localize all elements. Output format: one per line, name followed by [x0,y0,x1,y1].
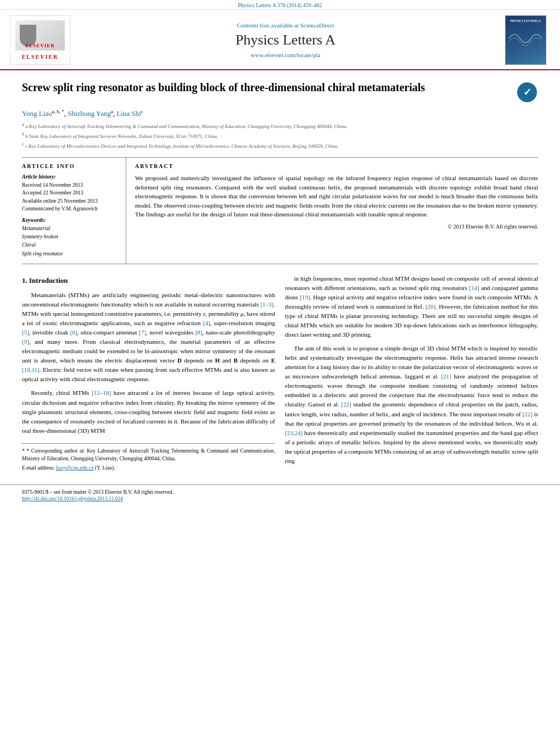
author-yong-liao[interactable]: Yong Liao [22,109,52,118]
cover-wave-graphic [509,27,542,49]
elsevier-logo-image [15,20,65,51]
keywords-label: Keywords: [22,217,119,223]
crossmark-icon: ✓ [517,82,537,102]
header-center: Contents lists available at ScienceDirec… [77,15,494,65]
author-lina-shi[interactable]: Lina Shi [116,109,141,118]
cite-14: [14] [469,284,479,291]
right-para-1: in high frequencies, most reported chira… [285,274,538,339]
affil-c: c c Key Laboratory of Microelectronics D… [22,141,538,150]
journal-url: www.elsevier.com/locate/pla [251,52,321,58]
article-info: ARTICLE INFO Article history: Received 1… [22,158,126,264]
affil-b: b b State Key Laboratory of Integrated S… [22,131,538,140]
cite-8: [8] [195,329,203,336]
footnote-email-link[interactable]: liaoy@cqu.edu.cn [56,465,94,471]
body-left-column: 1. Introduction Metamaterials (MTMs) are… [22,274,275,474]
body-right-column: in high frequencies, most reported chira… [285,274,538,474]
keyword-4: Split ring resonator [22,250,119,258]
abstract-title: ABSTRACT [135,163,538,169]
abstract-text: We proposed and numerically investigated… [135,174,538,219]
elsevier-wordmark: ELSEVIER [22,54,59,60]
right-para-2: The aim of this work is to propose a sim… [285,344,538,466]
abstract-section: ABSTRACT We proposed and numerically inv… [126,158,538,264]
body-columns: 1. Introduction Metamaterials (MTMs) are… [22,274,538,474]
intro-para-1: Metamaterials (MTMs) are artificially en… [22,291,275,384]
footer-issn: 0375-9601/$ – see front matter © 2013 El… [22,489,538,495]
elsevier-logo: ELSEVIER [10,15,70,65]
cite-22: [22] [341,401,351,408]
cite-5: [5] [22,329,29,336]
cite-20: [20] [425,303,435,310]
footnote-email: E-mail address: liaoy@cqu.edu.cn (Y. Lia… [22,464,275,472]
cite-22b: [22] [522,411,532,417]
page-footer: 0375-9601/$ – see front matter © 2013 El… [0,484,560,505]
article-title-section: Screw split ring resonator as building b… [22,80,538,103]
keyword-3: Chiral [22,241,119,249]
header-right: PHYSICS LETTERS A [501,15,550,65]
cite-19: [19] [300,294,310,300]
contents-label: Contents lists available at [237,22,299,29]
journal-cover-image: PHYSICS LETTERS A [505,15,546,65]
footer-doi: http://dx.doi.org/10.1016/j.physleta.201… [22,496,538,501]
accepted-date: Accepted 22 November 2013 [22,189,119,197]
section1-title: 1. Introduction [22,275,275,286]
doi-header: Physics Letters A 378 (2014) 459–462 [0,0,560,10]
cite-1-3: [1–3] [260,301,273,308]
footnote-text: * Corresponding author at: Key Laborator… [22,448,275,461]
cite-12-18: [12–18] [92,389,111,396]
article-title: Screw split ring resonator as building b… [22,80,517,94]
intro-para-2: Recently, chiral MTMs [12–18] have attra… [22,388,275,435]
doi-header-text: Physics Letters A 378 (2014) 459–462 [238,2,322,8]
cite-9: [9] [22,338,29,345]
keyword-2: Symmetry broken [22,233,119,241]
footnote-section: * * Corresponding author at: Key Laborat… [22,443,275,472]
contents-link: Contents lists available at ScienceDirec… [237,22,334,29]
article-content: Screw split ring resonator as building b… [0,70,560,484]
cite-23-24: [23,24] [285,429,303,436]
cite-6: [6] [70,329,77,336]
crossmark-logo[interactable]: ✓ [517,82,538,103]
received-date: Received 14 November 2013 [22,181,119,189]
sciencedirect-link[interactable]: ScienceDirect [300,22,334,29]
author-shizhong-yang[interactable]: Shizhong Yang [68,109,111,118]
journal-title: Physics Letters A [236,32,335,48]
abstract-copyright: © 2013 Elsevier B.V. All rights reserved… [135,224,538,230]
article-info-title: ARTICLE INFO [22,163,119,169]
authors-line: Yong Liaoa, b, *, Shizhong Yanga, Lina S… [22,109,538,118]
footnote-email-name: (Y. Liao). [95,465,115,471]
cover-title: PHYSICS LETTERS A [510,19,541,23]
cite-7: [7] [139,329,146,336]
info-abstract-row: ARTICLE INFO Article history: Received 1… [22,157,538,264]
communicated-by: Communicated by V.M. Agranovich [22,205,119,213]
keyword-1: Metamaterial [22,225,119,233]
keywords-list: Metamaterial Symmetry broken Chiral Spli… [22,225,119,258]
affil-a: a a Key Laboratory of Aerocraft Tracking… [22,121,538,130]
author-sup-2: a [111,109,113,114]
journal-url-link[interactable]: www.elsevier.com/locate/pla [251,52,321,58]
page: Physics Letters A 378 (2014) 459–462 ELS… [0,0,560,742]
article-dates: Received 14 November 2013 Accepted 22 No… [22,181,119,213]
footnote-email-label: E-mail address: [22,465,56,471]
history-label: Article history: [22,174,119,180]
cite-10-11: [10,11] [22,366,40,373]
affiliations: a a Key Laboratory of Aerocraft Tracking… [22,121,538,149]
author-sup-3: c [141,109,143,114]
footer-doi-link[interactable]: http://dx.doi.org/10.1016/j.physleta.201… [22,496,123,501]
cite-21: [21] [441,373,451,380]
journal-header: ELSEVIER Contents lists available at Sci… [0,10,560,70]
cite-4: [4] [203,320,210,326]
available-date: Available online 25 November 2013 [22,197,119,205]
author-sup-1: a, b, * [52,109,64,114]
footnote-corresponding: * * Corresponding author at: Key Laborat… [22,447,275,463]
